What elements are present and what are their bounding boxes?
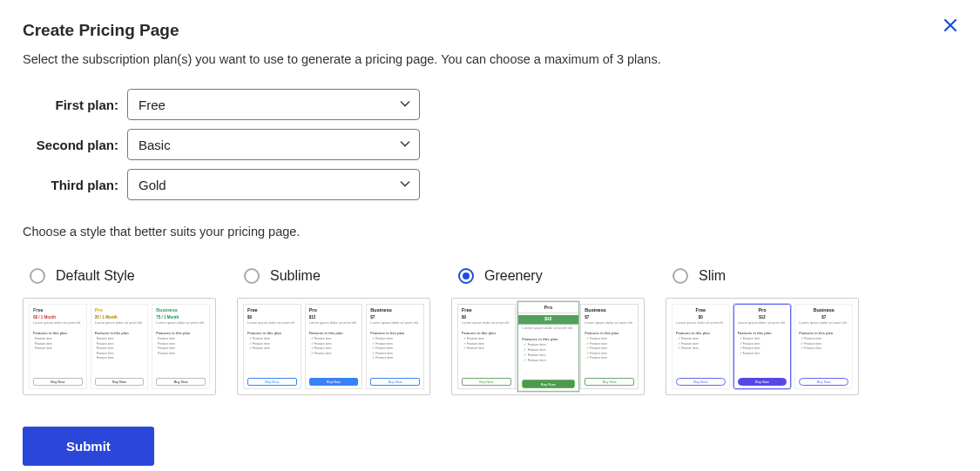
page-title: Create Pricing Page [23,21,957,40]
style-options: Default StyleFree0$ / 1 MonthLorem ipsum… [23,268,957,395]
preview-tier: Pro$12Lorem ipsum dolor sit amet elitFea… [305,304,363,389]
radio-label: Greenery [484,268,543,284]
preview-greenery[interactable]: Free$0Lorem ipsum dolor sit amet elitFea… [451,298,645,395]
preview-tier: Business$7Lorem ipsum dolor sit amet eli… [580,304,639,389]
style-option-sublime: SublimeFree$0Lorem ipsum dolor sit amet … [237,268,430,395]
radio-icon [458,268,474,284]
radio-label: Slim [699,268,726,284]
close-icon [944,19,956,34]
preview-tier: Business$7Lorem ipsum dolor sit amet eli… [794,304,853,389]
preview-tier: Free$0Lorem ipsum dolor sit amet elitFea… [672,304,730,389]
second-plan-select[interactable]: FreeBasicGold [127,129,420,160]
preview-tier: Business75 / 1 MonthLorem ipsum dolor si… [152,304,210,389]
first-plan-select[interactable]: FreeBasicGold [127,89,420,120]
radio-sublime[interactable]: Sublime [244,268,430,284]
radio-icon [672,268,688,284]
third-plan-label: Third plan: [23,178,127,192]
first-plan-label: First plan: [23,98,127,112]
preview-tier: Free$0Lorem ipsum dolor sit amet elitFea… [457,304,516,389]
preview-tier: Pro$42Lorem ipsum dolor sit amet elitFea… [517,301,579,392]
preview-tier: Business$7Lorem ipsum dolor sit amet eli… [366,304,424,389]
second-plan-label: Second plan: [23,138,127,152]
close-button[interactable] [942,17,959,35]
style-heading: Choose a style that better suits your pr… [23,225,957,239]
style-option-greenery: GreeneryFree$0Lorem ipsum dolor sit amet… [451,268,645,395]
radio-label: Default Style [56,268,135,284]
radio-greenery[interactable]: Greenery [458,268,645,284]
radio-slim[interactable]: Slim [672,268,859,284]
radio-icon [30,268,45,284]
style-option-default: Default StyleFree0$ / 1 MonthLorem ipsum… [23,268,216,395]
radio-default[interactable]: Default Style [30,268,216,284]
preview-tier: Free0$ / 1 MonthLorem ipsum dolor sit am… [29,304,87,389]
preview-tier: Free$0Lorem ipsum dolor sit amet elitFea… [243,304,301,389]
preview-tier: Pro$12Lorem ipsum dolor sit amet elitFea… [733,304,792,389]
radio-icon [244,268,260,284]
preview-tier: Pro20 / 1 MonthLorem ipsum dolor sit ame… [91,304,149,389]
radio-label: Sublime [270,268,321,284]
third-plan-select[interactable]: FreeBasicGold [127,169,420,200]
preview-default[interactable]: Free0$ / 1 MonthLorem ipsum dolor sit am… [23,298,216,395]
preview-sublime[interactable]: Free$0Lorem ipsum dolor sit amet elitFea… [237,298,430,395]
plan-selectors: First plan: FreeBasicGold Second plan: F… [23,89,957,200]
preview-slim[interactable]: Free$0Lorem ipsum dolor sit amet elitFea… [666,298,859,395]
submit-button[interactable]: Submit [23,427,154,466]
subtitle: Select the subscription plan(s) you want… [23,52,957,66]
style-option-slim: SlimFree$0Lorem ipsum dolor sit amet eli… [666,268,859,395]
